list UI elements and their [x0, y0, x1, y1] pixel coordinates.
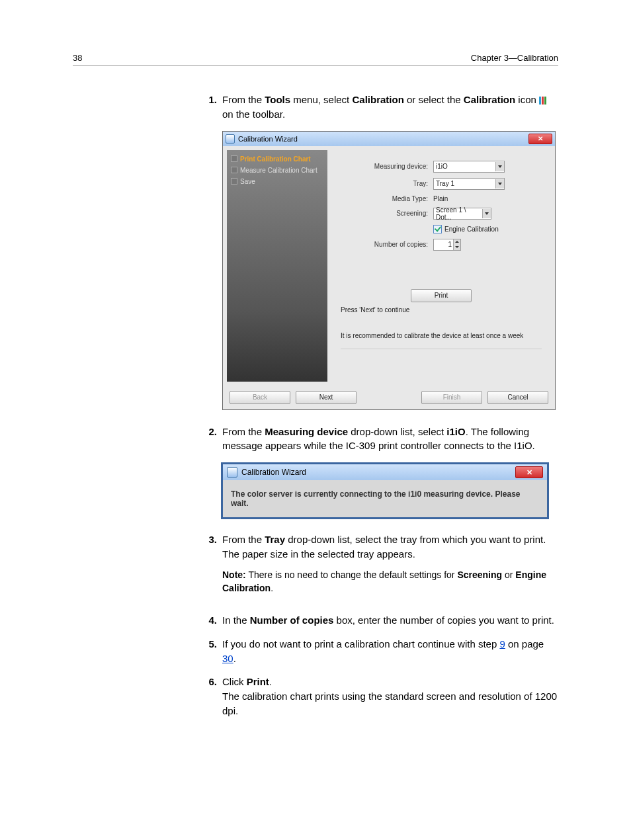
engine-calibration-checkbox-row[interactable]: Engine Calibration — [433, 225, 527, 233]
measuring-device-dropdown[interactable]: i1iO — [433, 161, 505, 173]
engine-calibration-label: Engine Calibration — [444, 226, 499, 233]
window-title: Calibration Wizard — [238, 135, 298, 143]
measuring-device-label: Measuring device: — [355, 163, 428, 170]
text: drop-down list, select the tray from whi… — [285, 534, 546, 545]
i1io-term: i1iO — [446, 426, 465, 437]
chevron-down-icon — [482, 209, 491, 218]
calibration-icon — [539, 97, 547, 105]
next-button[interactable]: Next — [296, 391, 357, 404]
wizard-main: Measuring device: i1iO Tray: Tray 1 — [331, 150, 551, 382]
text: box, enter the number of copies you want… — [333, 614, 554, 626]
media-type-value: Plain — [433, 195, 448, 202]
continue-hint: Press 'Next' to continue — [341, 306, 542, 314]
step-number: 6. — [198, 675, 217, 689]
text: . — [233, 653, 236, 664]
svg-rect-1 — [542, 97, 544, 105]
recommendation-text: It is recommended to calibrate the devic… — [341, 332, 542, 342]
page-number: 38 — [73, 53, 82, 63]
text: . — [269, 676, 272, 687]
text: From the — [222, 94, 265, 105]
bullet-icon — [231, 167, 237, 173]
tray-dropdown[interactable]: Tray 1 — [433, 178, 505, 190]
text: From the — [222, 534, 265, 545]
chevron-down-icon — [495, 179, 504, 189]
step-2: 2. From the Measuring device drop-down l… — [198, 425, 558, 454]
print-button[interactable]: Print — [411, 289, 472, 302]
close-icon: ✕ — [526, 468, 532, 477]
svg-rect-0 — [539, 97, 541, 105]
link-page-30[interactable]: 30 — [222, 653, 233, 664]
titlebar: Calibration Wizard ✕ — [223, 132, 555, 146]
bullet-icon — [231, 178, 237, 185]
step-5: 5. If you do not want to print a calibra… — [198, 637, 558, 666]
text: or select the — [404, 94, 464, 105]
copies-label: Number of copies: — [355, 241, 428, 248]
sidebar-step-save[interactable]: Save — [231, 178, 323, 185]
chevron-down-icon — [495, 162, 504, 171]
number-of-copies-term: Number of copies — [250, 614, 334, 626]
note: Note: There is no need to change the def… — [222, 568, 558, 595]
text: From the — [222, 426, 265, 437]
step-number: 4. — [198, 613, 217, 628]
spinner-up-icon[interactable] — [454, 239, 460, 245]
sidebar-step-label: Save — [240, 178, 255, 185]
text: Click — [222, 676, 247, 687]
screening-dropdown[interactable]: Screen 1 \ Dot... — [433, 208, 491, 220]
screening-label: Screening: — [355, 210, 428, 217]
chapter-title: Chapter 3—Calibration — [471, 53, 558, 63]
sidebar-step-label: Print Calibration Chart — [240, 155, 311, 163]
step-6: 6. Click Print. The calibration chart pr… — [198, 675, 558, 718]
menu-calibration: Calibration — [352, 94, 403, 105]
connecting-dialog: Calibration Wizard ✕ The color server is… — [221, 462, 549, 519]
spinner-down-icon[interactable] — [454, 245, 460, 250]
back-button[interactable]: Back — [230, 391, 290, 404]
checkbox-checked-icon — [433, 225, 442, 233]
sidebar-step-print-chart[interactable]: Print Calibration Chart — [231, 155, 323, 163]
text: menu, select — [290, 94, 352, 105]
dropdown-value: Tray 1 — [436, 180, 454, 187]
tray-label: Tray: — [355, 180, 428, 187]
text: There is no need to change the default s… — [246, 569, 458, 580]
cancel-button[interactable]: Cancel — [487, 391, 548, 404]
step-number: 2. — [198, 425, 217, 439]
text: In the — [222, 614, 250, 626]
copies-spinner[interactable]: 1 — [433, 239, 461, 251]
text: drop-down list, select — [348, 426, 446, 437]
text: or — [502, 569, 515, 580]
titlebar: Calibration Wizard ✕ — [223, 464, 547, 480]
bullet-icon — [231, 155, 237, 162]
sidebar-step-measure-chart[interactable]: Measure Calibration Chart — [231, 167, 323, 174]
svg-rect-2 — [544, 97, 546, 105]
step-3: 3. From the Tray drop-down list, select … — [198, 532, 558, 604]
app-icon — [227, 467, 237, 478]
copies-value: 1 — [436, 241, 453, 248]
wizard-sidebar: Print Calibration Chart Measure Calibrat… — [227, 150, 327, 382]
close-button[interactable]: ✕ — [528, 134, 552, 144]
calibration-word: Calibration — [464, 94, 515, 105]
text: The calibration chart prints using the s… — [222, 691, 557, 716]
tray-term: Tray — [265, 534, 285, 545]
print-term: Print — [247, 676, 269, 687]
measuring-device-term: Measuring device — [265, 426, 348, 437]
text: The paper size in the selected tray appe… — [222, 548, 415, 560]
step-number: 5. — [198, 637, 217, 651]
step-number: 1. — [198, 93, 217, 107]
text: . — [271, 583, 273, 593]
media-type-label: Media Type: — [355, 195, 428, 202]
text: If you do not want to print a calibratio… — [222, 638, 499, 650]
text: icon — [515, 94, 539, 105]
text: on page — [505, 638, 544, 650]
app-icon — [226, 134, 235, 144]
close-button[interactable]: ✕ — [515, 466, 543, 478]
wizard-footer: Back Next Finish Cancel — [223, 386, 555, 409]
step-number: 3. — [198, 532, 217, 547]
connecting-message: The color server is currently connecting… — [223, 480, 547, 517]
text: on the toolbar. — [222, 108, 285, 120]
link-step-9[interactable]: 9 — [499, 638, 505, 650]
dropdown-value: Screen 1 \ Dot... — [436, 206, 482, 221]
dropdown-value: i1iO — [436, 163, 448, 170]
page-header: 38 Chapter 3—Calibration — [73, 53, 558, 66]
sidebar-step-label: Measure Calibration Chart — [240, 167, 317, 174]
finish-button[interactable]: Finish — [421, 391, 482, 404]
calibration-wizard-dialog: Calibration Wizard ✕ Print Calibration C… — [222, 131, 556, 410]
